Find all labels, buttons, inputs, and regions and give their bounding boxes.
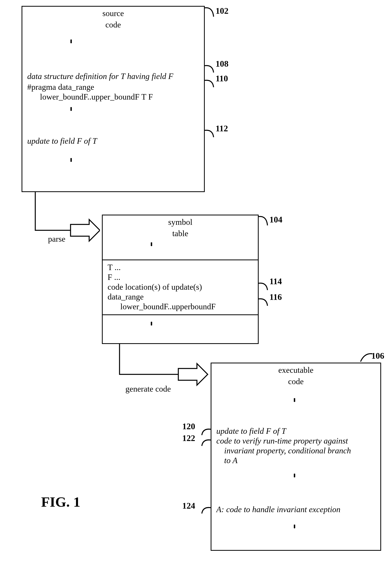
exec-title-line2: code xyxy=(211,375,380,386)
ref-114: 114 xyxy=(269,276,282,286)
symbol-table-box: symbol table ··· T ... F ... code locati… xyxy=(102,215,259,344)
source-title-line2: code xyxy=(22,18,204,29)
source-title-line1: source xyxy=(22,7,204,18)
parse-arrow-connector xyxy=(31,192,100,255)
ref-106: 106 xyxy=(371,351,384,361)
source-line-108: data structure definition for T having f… xyxy=(27,71,173,81)
source-line-112: update to field F of T xyxy=(27,136,97,146)
symbol-divider-bottom xyxy=(103,315,258,315)
symbol-divider-top xyxy=(103,259,258,260)
ellipsis: ··· xyxy=(147,321,156,325)
exec-line-120: update to field F of T xyxy=(216,426,286,436)
source-code-box: source code ··· data structure definitio… xyxy=(21,6,205,192)
ref-108: 108 xyxy=(216,59,228,69)
ellipsis: ··· xyxy=(290,473,299,477)
ellipsis: ··· xyxy=(66,107,76,110)
ref-116: 116 xyxy=(269,292,282,302)
parse-label: parse xyxy=(48,234,65,244)
diagram-canvas: source code ··· data structure definitio… xyxy=(0,0,387,588)
ref-hook-124 xyxy=(198,501,212,514)
ref-hook-122 xyxy=(198,433,212,447)
ellipsis: ··· xyxy=(290,524,299,528)
ellipsis: ··· xyxy=(66,39,76,42)
ellipsis: ··· xyxy=(66,158,76,161)
symbol-title-line1: symbol xyxy=(103,215,258,227)
ref-102: 102 xyxy=(216,6,228,16)
symbol-dr-line: data_range xyxy=(108,292,144,302)
ref-120: 120 xyxy=(182,421,195,431)
ellipsis: ··· xyxy=(290,398,299,401)
ref-112: 112 xyxy=(216,124,228,133)
source-line-110b: lower_boundF..upper_boundF T F xyxy=(40,92,153,102)
symbol-dr-indent: lower_boundF..upperboundF xyxy=(120,302,216,312)
symbol-loc-line: code location(s) of update(s) xyxy=(108,282,202,292)
exec-line-122a: code to verify run-time property against xyxy=(216,436,348,446)
generate-label: generate code xyxy=(125,384,171,394)
ellipsis: ··· xyxy=(147,242,156,245)
symbol-t-line: T ... xyxy=(108,262,121,272)
exec-line-124: A: code to handle invariant exception xyxy=(216,504,340,514)
ref-122: 122 xyxy=(182,433,195,443)
ref-124: 124 xyxy=(182,501,195,511)
figure-label: FIG. 1 xyxy=(41,494,80,510)
ref-110: 110 xyxy=(216,74,228,84)
symbol-title-line2: table xyxy=(103,227,258,238)
exec-line-122c: to A xyxy=(224,456,238,465)
exec-line-122b: invariant property, conditional branch xyxy=(224,446,351,456)
exec-title-line1: executable xyxy=(211,363,380,375)
symbol-f-line: F ... xyxy=(108,272,120,282)
ref-hook-106 xyxy=(356,352,373,364)
ref-104: 104 xyxy=(269,215,282,225)
executable-code-box: executable code ··· update to field F of… xyxy=(211,363,381,551)
source-line-110a: #pragma data_range xyxy=(27,82,94,92)
